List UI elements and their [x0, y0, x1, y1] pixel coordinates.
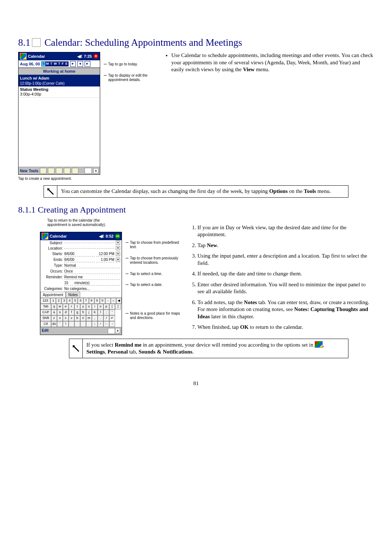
field-type[interactable]: Normal: [64, 263, 120, 268]
key[interactable]: áü: [51, 321, 57, 327]
key[interactable]: Shift: [40, 315, 51, 321]
close-icon[interactable]: ✕: [93, 54, 98, 59]
ok-button[interactable]: ok: [115, 234, 120, 239]
key[interactable]: c: [63, 315, 69, 321]
tab-notes[interactable]: Notes: [66, 292, 80, 298]
key[interactable]: 6: [78, 298, 83, 304]
key[interactable]: 1: [50, 298, 56, 304]
weekday-m[interactable]: M: [45, 62, 50, 66]
key[interactable]: →: [109, 321, 115, 327]
prev-button[interactable]: ◂: [77, 61, 83, 67]
key[interactable]: Ctl: [40, 321, 51, 327]
key[interactable]: 9: [94, 298, 100, 304]
key[interactable]: h: [80, 310, 86, 315]
field-occurs[interactable]: Once: [64, 269, 120, 274]
key[interactable]: ,: [92, 315, 98, 321]
weekday-w[interactable]: W: [53, 62, 58, 66]
key[interactable]: a: [51, 310, 57, 315]
key[interactable]: f: [69, 310, 74, 315]
key[interactable]: 0: [100, 298, 105, 304]
field-location[interactable]: [64, 248, 114, 249]
key[interactable]: p: [103, 304, 109, 310]
field-reminder[interactable]: Remind me: [64, 275, 120, 280]
menu-edit[interactable]: Edit: [42, 328, 49, 334]
keyboard-icon[interactable]: [108, 328, 115, 334]
key[interactable]: 123: [40, 298, 50, 304]
dropdown-icon[interactable]: ▾: [116, 246, 120, 250]
weekday-f[interactable]: F: [61, 62, 65, 66]
key[interactable]: ↑: [98, 321, 103, 327]
key[interactable]: [69, 321, 74, 327]
dropdown-icon[interactable]: ▾: [116, 241, 120, 245]
view-month-icon[interactable]: [64, 168, 70, 174]
key[interactable]: [74, 321, 80, 327]
today-button[interactable]: ▸: [70, 61, 76, 67]
key[interactable]: k: [92, 310, 98, 315]
key[interactable]: ;: [103, 310, 109, 315]
tab-appointment[interactable]: Appointment: [40, 292, 66, 298]
key[interactable]: n: [80, 315, 86, 321]
key[interactable]: 2: [56, 298, 61, 304]
key[interactable]: 8: [89, 298, 94, 304]
onscreen-keyboard[interactable]: 1231234567890-=◀ Tabqwertyuiop[] CAPasdf…: [40, 298, 122, 327]
field-reminder-amt[interactable]: 15: [64, 280, 73, 286]
field-reminder-unit[interactable]: minute(s): [74, 280, 120, 286]
appointment-item[interactable]: Status Meeting 3:00p-4:00p: [19, 86, 100, 98]
selected-appointment[interactable]: Lunch w/ Adam 12:00p-1:00p (Corner Cafe): [19, 75, 100, 86]
view-year-icon[interactable]: [72, 168, 78, 174]
key[interactable]: Tab: [40, 304, 51, 310]
key[interactable]: [80, 321, 86, 327]
key[interactable]: e: [63, 304, 69, 310]
sip-up-icon[interactable]: ▴: [93, 168, 98, 173]
key[interactable]: u: [86, 304, 92, 310]
field-start-time[interactable]: 12:00 PM: [96, 251, 114, 257]
menu-tools[interactable]: Tools: [29, 169, 38, 173]
key[interactable]: y: [80, 304, 86, 310]
field-categories[interactable]: No categories...: [64, 286, 120, 291]
key[interactable]: \: [63, 321, 69, 327]
weekday-s2[interactable]: S: [65, 62, 68, 66]
dropdown-icon[interactable]: ▾: [116, 258, 120, 262]
key[interactable]: ': [109, 310, 115, 315]
key[interactable]: ↓: [92, 321, 98, 327]
weekday-t2[interactable]: T: [58, 62, 61, 66]
key[interactable]: b: [74, 315, 80, 321]
view-day-icon[interactable]: [48, 168, 54, 174]
key[interactable]: r: [69, 304, 74, 310]
next-button[interactable]: ▸: [85, 61, 90, 67]
key[interactable]: o: [98, 304, 103, 310]
key[interactable]: 3: [61, 298, 67, 304]
key[interactable]: x: [57, 315, 63, 321]
field-end-time[interactable]: 1:00 PM: [96, 257, 114, 262]
field-start-date[interactable]: 8/6/00: [64, 251, 95, 257]
key[interactable]: `: [57, 321, 63, 327]
key[interactable]: i: [92, 304, 98, 310]
menu-new[interactable]: New: [20, 169, 28, 173]
key[interactable]: s: [57, 310, 63, 315]
key[interactable]: CAP: [40, 310, 51, 315]
view-week-icon[interactable]: [56, 168, 62, 174]
key[interactable]: 7: [83, 298, 89, 304]
keyboard-icon[interactable]: [85, 168, 92, 174]
weekday-t[interactable]: T: [50, 62, 53, 66]
key[interactable]: .: [98, 315, 103, 321]
key[interactable]: w: [57, 304, 63, 310]
field-subject[interactable]: [64, 243, 114, 243]
key[interactable]: =: [111, 298, 116, 304]
key[interactable]: [: [109, 304, 115, 310]
key[interactable]: ◀: [116, 298, 122, 304]
key[interactable]: z: [51, 315, 57, 321]
key[interactable]: ←: [103, 321, 109, 327]
key[interactable]: d: [63, 310, 69, 315]
week-strip[interactable]: S M T W T F S: [41, 61, 69, 66]
key[interactable]: -: [105, 298, 111, 304]
sip-up-icon[interactable]: ▴: [115, 328, 120, 333]
key[interactable]: ]: [115, 304, 121, 310]
key[interactable]: v: [69, 315, 74, 321]
key[interactable]: q: [51, 304, 57, 310]
key[interactable]: [86, 321, 92, 327]
key[interactable]: t: [74, 304, 80, 310]
field-end-date[interactable]: 8/6/00: [64, 257, 95, 262]
key[interactable]: 4: [67, 298, 72, 304]
key[interactable]: g: [74, 310, 80, 315]
